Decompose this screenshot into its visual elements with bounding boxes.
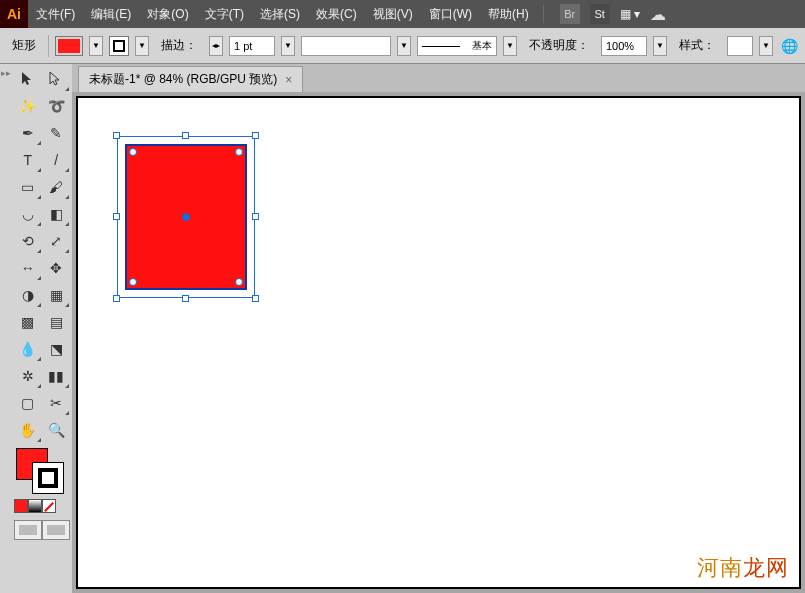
menu-type[interactable]: 文字(T) (197, 6, 252, 23)
style-dropdown[interactable]: ▼ (759, 36, 773, 56)
center-point[interactable] (182, 213, 190, 221)
brush-definition[interactable]: 基本 (417, 36, 497, 56)
stroke-color-swatch[interactable] (109, 36, 129, 56)
menu-file[interactable]: 文件(F) (28, 6, 83, 23)
sync-cloud-icon[interactable]: ☁ (650, 5, 666, 24)
hand-tool[interactable]: ✋ (14, 417, 42, 443)
stroke-dropdown[interactable]: ▼ (135, 36, 149, 56)
menu-view[interactable]: 视图(V) (365, 6, 421, 23)
app-logo: Ai (0, 0, 28, 28)
handle-bottom-left[interactable] (113, 295, 120, 302)
shape-builder-tool[interactable]: ◑ (14, 282, 42, 308)
line-tool[interactable]: / (43, 147, 71, 173)
watermark-a: 河南 (697, 555, 743, 580)
free-transform-tool[interactable]: ✥ (43, 255, 71, 281)
selection-tool[interactable] (14, 66, 42, 92)
document-setup-icon[interactable]: 🌐 (779, 36, 799, 56)
handle-right[interactable] (252, 213, 259, 220)
symbol-sprayer-tool[interactable]: ✲ (14, 363, 42, 389)
gradient-tool[interactable]: ▤ (43, 309, 71, 335)
width-tool[interactable]: ↔ (14, 255, 42, 281)
scale-tool[interactable]: ⤢ (43, 228, 71, 254)
handle-top-right[interactable] (252, 132, 259, 139)
tab-close-icon[interactable]: × (285, 73, 292, 87)
menu-edit[interactable]: 编辑(E) (83, 6, 139, 23)
curvature-tool[interactable]: ✎ (43, 120, 71, 146)
fill-stroke-indicator[interactable] (14, 448, 70, 496)
handle-top-left[interactable] (113, 132, 120, 139)
perspective-grid-tool[interactable]: ▦ (43, 282, 71, 308)
opacity-label: 不透明度： (523, 35, 595, 56)
menu-object[interactable]: 对象(O) (139, 6, 196, 23)
watermark: 河南龙网 (697, 553, 789, 583)
color-none-icon[interactable] (42, 499, 56, 513)
menu-effect[interactable]: 效果(C) (308, 6, 365, 23)
fill-color-preview (58, 39, 80, 53)
menu-help[interactable]: 帮助(H) (480, 6, 537, 23)
application-menubar: Ai 文件(F) 编辑(E) 对象(O) 文字(T) 选择(S) 效果(C) 视… (0, 0, 805, 28)
handle-top[interactable] (182, 132, 189, 139)
corner-widget-tl[interactable] (129, 148, 137, 156)
opacity-dropdown[interactable]: ▼ (653, 36, 667, 56)
corner-widget-bl[interactable] (129, 278, 137, 286)
zoom-tool[interactable]: 🔍 (43, 417, 71, 443)
corner-widget-tr[interactable] (235, 148, 243, 156)
slice-tool[interactable]: ✂ (43, 390, 71, 416)
shaper-tool[interactable]: ◡ (14, 201, 42, 227)
handle-left[interactable] (113, 213, 120, 220)
graphic-style-swatch[interactable] (727, 36, 753, 56)
menu-select[interactable]: 选择(S) (252, 6, 308, 23)
direct-selection-tool[interactable] (43, 66, 71, 92)
draw-normal-icon[interactable] (14, 520, 42, 540)
opacity-input[interactable] (601, 36, 647, 56)
lasso-tool[interactable]: ➰ (43, 93, 71, 119)
variable-width-dropdown[interactable]: ▼ (397, 36, 411, 56)
rotate-tool[interactable]: ⟲ (14, 228, 42, 254)
stroke-weight-dropdown[interactable]: ▼ (281, 36, 295, 56)
stock-icon[interactable]: St (590, 4, 610, 24)
pen-tool[interactable]: ✒ (14, 120, 42, 146)
column-graph-tool[interactable]: ▮▮ (43, 363, 71, 389)
type-tool[interactable]: T (14, 147, 42, 173)
eraser-tool[interactable]: ◧ (43, 201, 71, 227)
bridge-icon[interactable]: Br (560, 4, 580, 24)
draw-behind-icon[interactable] (42, 520, 70, 540)
color-solid-icon[interactable] (14, 499, 28, 513)
document-tab[interactable]: 未标题-1* @ 84% (RGB/GPU 预览) × (78, 66, 303, 92)
artboard[interactable] (76, 96, 801, 589)
selected-rectangle-object[interactable] (117, 136, 255, 298)
menu-window[interactable]: 窗口(W) (421, 6, 480, 23)
selection-type-label: 矩形 (6, 35, 42, 56)
stroke-weight-stepper[interactable]: ◂▸ (209, 36, 223, 56)
handle-bottom[interactable] (182, 295, 189, 302)
brush-dropdown[interactable]: ▼ (503, 36, 517, 56)
screen-mode-row (14, 520, 70, 540)
handle-bottom-right[interactable] (252, 295, 259, 302)
watermark-b: 龙网 (743, 555, 789, 580)
variable-width-profile[interactable] (301, 36, 391, 56)
artboard-tool[interactable]: ▢ (14, 390, 42, 416)
stroke-weight-input[interactable] (229, 36, 275, 56)
arrange-docs-icon[interactable]: ▦ ▾ (620, 7, 640, 21)
magic-wand-tool[interactable]: ✨ (14, 93, 42, 119)
blend-tool[interactable]: ⬔ (43, 336, 71, 362)
color-mode-row (14, 499, 70, 513)
color-gradient-icon[interactable] (28, 499, 42, 513)
panel-collapse-gutter[interactable]: ▸▸ (0, 64, 12, 593)
stroke-square[interactable] (32, 462, 64, 494)
style-label: 样式： (673, 35, 721, 56)
fill-color-swatch[interactable] (55, 36, 83, 56)
control-bar: 矩形 ▼ ▼ 描边： ◂▸ ▼ ▼ 基本 ▼ 不透明度： ▼ 样式： ▼ 🌐 (0, 28, 805, 64)
mesh-tool[interactable]: ▩ (14, 309, 42, 335)
stroke-weight-label: 描边： (155, 35, 203, 56)
workspace: ▸▸ ✨ ➰ ✒ ✎ T / ▭ 🖌 ◡ ◧ ⟲ ⤢ (0, 64, 805, 593)
document-tabbar: 未标题-1* @ 84% (RGB/GPU 预览) × (72, 64, 805, 92)
fill-dropdown[interactable]: ▼ (89, 36, 103, 56)
canvas-viewport[interactable] (72, 92, 805, 593)
corner-widget-br[interactable] (235, 278, 243, 286)
paintbrush-tool[interactable]: 🖌 (43, 174, 71, 200)
rectangle-tool[interactable]: ▭ (14, 174, 42, 200)
tab-title: 未标题-1* @ 84% (RGB/GPU 预览) (89, 71, 277, 88)
eyedropper-tool[interactable]: 💧 (14, 336, 42, 362)
collapse-handle-icon: ▸▸ (1, 68, 11, 78)
